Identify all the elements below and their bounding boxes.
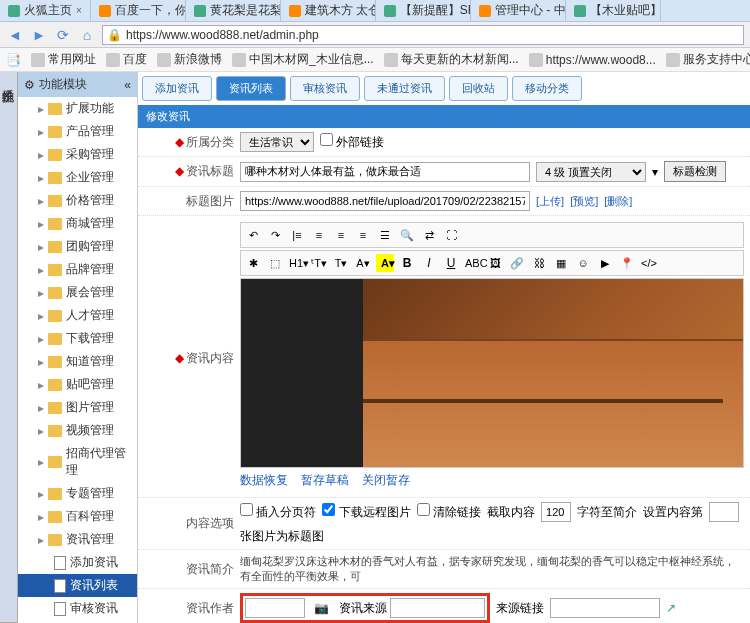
browser-tab[interactable]: 建筑木方 太仓落叶× [281, 0, 376, 21]
source-icon[interactable]: 📷 [314, 601, 329, 615]
tree-item[interactable]: ▸商城管理 [18, 212, 137, 235]
tree-item[interactable]: ▸扩展功能 [18, 97, 137, 120]
tree-subitem[interactable]: 添加资讯 [18, 551, 137, 574]
bookmark-item[interactable]: 新浪微博 [157, 51, 222, 68]
tree-item[interactable]: ▸人才管理 [18, 304, 137, 327]
tree-item[interactable]: ▸品牌管理 [18, 258, 137, 281]
unlink-icon[interactable]: ⛓ [530, 254, 548, 272]
browser-tab[interactable]: 火狐主页× [0, 0, 91, 21]
tree-item[interactable]: ▸价格管理 [18, 189, 137, 212]
tree-item[interactable]: ▸贴吧管理 [18, 373, 137, 396]
title-check-button[interactable]: 标题检测 [664, 161, 726, 182]
goto-icon[interactable]: ↗ [666, 601, 676, 615]
tree-item[interactable]: ▸下载管理 [18, 327, 137, 350]
content-tab[interactable]: 未通过资讯 [364, 76, 445, 101]
heading-icon[interactable]: H1▾ [288, 254, 306, 272]
strike-icon[interactable]: ABC [464, 254, 482, 272]
color-icon[interactable]: A▾ [354, 254, 372, 272]
editor-content[interactable] [240, 278, 744, 468]
browser-tab[interactable]: 百度一下，你就知道× [91, 0, 186, 21]
external-link-checkbox[interactable]: 外部链接 [320, 133, 384, 151]
setimg-input[interactable] [709, 502, 739, 522]
author-input[interactable] [245, 598, 305, 618]
code-icon[interactable]: </> [640, 254, 658, 272]
italic-icon[interactable]: I [420, 254, 438, 272]
opt-remote[interactable]: 下载远程图片 [322, 503, 410, 521]
opt-clear[interactable]: 清除链接 [417, 503, 481, 521]
color-icon[interactable]: ▾ [652, 165, 658, 179]
font-icon[interactable]: T▾ [332, 254, 350, 272]
search-icon[interactable]: 🔍 [398, 226, 416, 244]
rail-item[interactable]: 系统维护 [0, 76, 17, 623]
level-select[interactable]: 4 级 顶置关闭 [536, 162, 646, 182]
title-input[interactable] [240, 162, 530, 182]
replace-icon[interactable]: ⇄ [420, 226, 438, 244]
tree-item[interactable]: ▸团购管理 [18, 235, 137, 258]
format-icon[interactable]: |≡ [288, 226, 306, 244]
map-icon[interactable]: 📍 [618, 254, 636, 272]
align-left-icon[interactable]: ≡ [310, 226, 328, 244]
bookmark-item[interactable]: 每天更新的木材新闻... [384, 51, 519, 68]
browser-tab[interactable]: 管理中心 - 中木商× [471, 0, 566, 21]
tree-item[interactable]: ▸视频管理 [18, 419, 137, 442]
content-tab[interactable]: 审核资讯 [290, 76, 360, 101]
tree-item[interactable]: ▸产品管理 [18, 120, 137, 143]
draft-link[interactable]: 暂存草稿 [301, 473, 349, 487]
source-link-input[interactable] [550, 598, 660, 618]
url-input[interactable]: 🔒 https://www.wood888.net/admin.php [102, 25, 744, 45]
category-select[interactable]: 生活常识 [240, 132, 314, 152]
collapse-icon[interactable]: « [124, 78, 131, 92]
source-input[interactable] [390, 598, 485, 618]
align-center-icon[interactable]: ≡ [332, 226, 350, 244]
browser-tab[interactable]: 【木业贴吧】× [566, 0, 661, 21]
fontsize-icon[interactable]: ᵗT▾ [310, 254, 328, 272]
table-icon[interactable]: ▦ [552, 254, 570, 272]
cut-input[interactable] [541, 502, 571, 522]
delete-link[interactable]: [删除] [604, 194, 632, 209]
tree-item[interactable]: ▸企业管理 [18, 166, 137, 189]
emoji-icon[interactable]: ☺ [574, 254, 592, 272]
bookmark-item[interactable]: https://www.wood8... [529, 53, 656, 67]
tree-item[interactable]: ▸招商代理管理 [18, 442, 137, 482]
tree-item[interactable]: ▸资讯管理 [18, 528, 137, 551]
bookmark-item[interactable]: 服务支持中心 [666, 51, 750, 68]
content-tab[interactable]: 添加资讯 [142, 76, 212, 101]
align-right-icon[interactable]: ≡ [354, 226, 372, 244]
list-icon[interactable]: ☰ [376, 226, 394, 244]
content-tab[interactable]: 回收站 [449, 76, 508, 101]
browser-tab[interactable]: 【新提醒】SEO优化× [376, 0, 471, 21]
tree-subitem[interactable]: 审核资讯 [18, 597, 137, 620]
home-icon[interactable]: ⌂ [78, 26, 96, 44]
restore-link[interactable]: 数据恢复 [240, 473, 288, 487]
bookmark-icon[interactable]: 📑 [6, 53, 21, 67]
fullscreen-icon[interactable]: ⛶ [442, 226, 460, 244]
back-icon[interactable]: ◄ [6, 26, 24, 44]
tree-item[interactable]: ▸百科管理 [18, 505, 137, 528]
bookmark-item[interactable]: 中国木材网_木业信息... [232, 51, 374, 68]
tree-item[interactable]: ▸图片管理 [18, 396, 137, 419]
forward-icon[interactable]: ► [30, 26, 48, 44]
bookmark-item[interactable]: 百度 [106, 51, 147, 68]
tree-subitem[interactable]: 资讯列表 [18, 574, 137, 597]
redo-icon[interactable]: ↷ [266, 226, 284, 244]
opt-page[interactable]: 插入分页符 [240, 503, 316, 521]
source-icon[interactable]: ⬚ [266, 254, 284, 272]
bgcolor-icon[interactable]: A▾ [376, 254, 394, 272]
tree-item[interactable]: ▸知道管理 [18, 350, 137, 373]
underline-icon[interactable]: U [442, 254, 460, 272]
tree-item[interactable]: ▸专题管理 [18, 482, 137, 505]
tree-item[interactable]: ▸展会管理 [18, 281, 137, 304]
tree-item[interactable]: ▸采购管理 [18, 143, 137, 166]
html-icon[interactable]: ✱ [244, 254, 262, 272]
content-tab[interactable]: 资讯列表 [216, 76, 286, 101]
link-icon[interactable]: 🔗 [508, 254, 526, 272]
upload-link[interactable]: [上传] [536, 194, 564, 209]
bookmark-item[interactable]: 常用网址 [31, 51, 96, 68]
image-icon[interactable]: 🖼 [486, 254, 504, 272]
reload-icon[interactable]: ⟳ [54, 26, 72, 44]
preview-link[interactable]: [预览] [570, 194, 598, 209]
close-draft-link[interactable]: 关闭暂存 [362, 473, 410, 487]
content-tab[interactable]: 移动分类 [512, 76, 582, 101]
thumb-input[interactable] [240, 191, 530, 211]
media-icon[interactable]: ▶ [596, 254, 614, 272]
